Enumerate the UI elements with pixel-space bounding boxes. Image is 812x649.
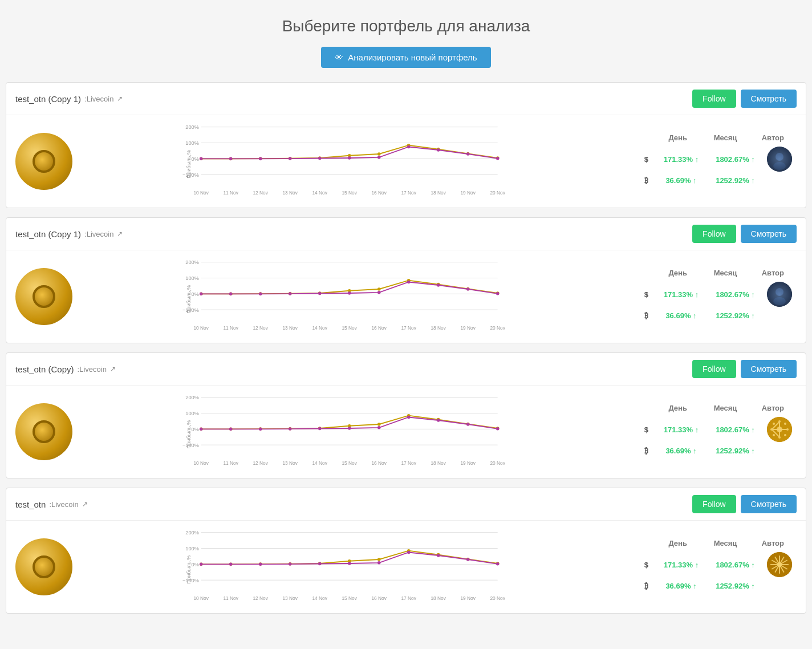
chart-area: 200%100%0%−100%Прибыль,%10 Nov11 Nov12 N… <box>84 259 626 334</box>
svg-text:200%: 200% <box>185 395 199 400</box>
usd-day-value: 171.33% ↑ <box>654 561 708 569</box>
card-actions: Follow Смотреть <box>692 360 797 378</box>
follow-button[interactable]: Follow <box>692 90 736 108</box>
svg-text:17 Nov: 17 Nov <box>401 325 416 331</box>
month-header: Месяц <box>701 404 749 412</box>
svg-text:10 Nov: 10 Nov <box>193 325 209 331</box>
svg-text:19 Nov: 19 Nov <box>460 190 476 196</box>
stats-header: День Месяц Автор <box>637 539 797 547</box>
btc-symbol: ₿ <box>637 311 654 320</box>
svg-point-119 <box>407 416 411 419</box>
svg-point-69 <box>289 292 292 295</box>
svg-text:14 Nov: 14 Nov <box>312 190 327 196</box>
svg-point-139 <box>778 420 781 423</box>
exchange-name: :Livecoin <box>84 95 113 103</box>
svg-text:11 Nov: 11 Nov <box>223 325 238 331</box>
coin-inner <box>33 420 55 443</box>
svg-point-178 <box>496 562 500 566</box>
usd-month-value: 1802.67% ↑ <box>708 425 762 434</box>
svg-text:20 Nov: 20 Nov <box>490 460 505 466</box>
external-link-icon[interactable]: ↗ <box>117 230 123 238</box>
follow-button[interactable]: Follow <box>692 225 736 243</box>
svg-text:17 Nov: 17 Nov <box>401 460 416 466</box>
svg-text:0%: 0% <box>192 291 199 297</box>
follow-button[interactable]: Follow <box>692 495 736 513</box>
btc-stats-row: ₿ 36.69% ↑ 1252.92% ↑ <box>637 311 797 320</box>
card-actions: Follow Смотреть <box>692 225 797 243</box>
day-header: День <box>654 133 701 142</box>
avatar-col <box>762 417 797 442</box>
card-title-1: test_otn (Copy 1) :Livecoin ↗ <box>15 94 123 104</box>
svg-text:11 Nov: 11 Nov <box>223 460 238 466</box>
page-title: Выберите портфель для анализа <box>11 17 801 35</box>
card-title-4: test_otn :Livecoin ↗ <box>15 500 88 509</box>
card-title-2: test_otn (Copy 1) :Livecoin ↗ <box>15 229 123 239</box>
chart-area: 200%100%0%−100%Прибыль,%10 Nov11 Nov12 N… <box>84 124 626 198</box>
svg-text:16 Nov: 16 Nov <box>371 325 387 331</box>
svg-point-20 <box>200 157 203 161</box>
svg-text:200%: 200% <box>185 530 199 536</box>
follow-button[interactable]: Follow <box>692 360 736 378</box>
svg-text:15 Nov: 15 Nov <box>342 190 357 196</box>
svg-text:100%: 100% <box>185 411 199 416</box>
svg-point-68 <box>259 293 262 296</box>
view-button[interactable]: Смотреть <box>741 225 797 243</box>
svg-text:18 Nov: 18 Nov <box>431 190 446 196</box>
svg-point-118 <box>377 426 381 429</box>
portfolio-card-2: test_otn (Copy 1) :Livecoin ↗ Follow Смо… <box>6 217 806 343</box>
view-button[interactable]: Смотреть <box>741 360 797 378</box>
portfolio-card-3: test_otn (Copy) :Livecoin ↗ Follow Смотр… <box>6 352 806 478</box>
card-body-4: 200%100%0%−100%Прибыль,%10 Nov11 Nov12 N… <box>6 521 806 613</box>
card-header-1: test_otn (Copy 1) :Livecoin ↗ Follow Смо… <box>6 83 806 115</box>
author-header: Автор <box>749 269 797 277</box>
external-link-icon[interactable]: ↗ <box>82 500 88 508</box>
svg-text:18 Nov: 18 Nov <box>431 460 446 466</box>
external-link-icon[interactable]: ↗ <box>117 95 123 103</box>
svg-text:16 Nov: 16 Nov <box>371 190 387 196</box>
svg-point-28 <box>437 148 440 152</box>
svg-point-76 <box>496 292 500 295</box>
btc-month-value: 1252.92% ↑ <box>708 176 762 185</box>
usd-stats-row: $ 171.33% ↑ 1802.67% ↑ <box>637 552 797 577</box>
svg-text:10 Nov: 10 Nov <box>193 190 209 196</box>
svg-text:Прибыль,%: Прибыль,% <box>186 285 192 314</box>
usd-symbol: $ <box>637 561 654 569</box>
svg-point-27 <box>407 145 411 149</box>
svg-text:200%: 200% <box>185 259 199 265</box>
chart-area: 200%100%0%−100%Прибыль,%10 Nov11 Nov12 N… <box>84 395 626 469</box>
svg-text:100%: 100% <box>185 275 199 281</box>
view-button[interactable]: Смотреть <box>741 90 797 108</box>
avatar <box>767 552 792 577</box>
svg-point-71 <box>348 291 351 295</box>
svg-point-112 <box>200 428 203 431</box>
portfolio-name: test_otn <box>15 500 46 509</box>
exchange-name: :Livecoin <box>84 230 113 238</box>
month-header: Месяц <box>701 539 749 547</box>
svg-point-72 <box>377 291 381 294</box>
usd-symbol: $ <box>637 425 654 434</box>
svg-point-26 <box>377 156 381 159</box>
coin-icon <box>15 403 72 460</box>
view-button[interactable]: Смотреть <box>741 495 797 513</box>
svg-text:14 Nov: 14 Nov <box>312 595 327 601</box>
author-header: Автор <box>749 539 797 547</box>
btc-symbol: ₿ <box>637 582 654 590</box>
portfolio-name: test_otn (Copy) <box>15 364 74 374</box>
btc-day-value: 36.69% ↑ <box>654 582 708 590</box>
svg-text:15 Nov: 15 Nov <box>342 595 357 601</box>
svg-point-198 <box>777 562 782 567</box>
usd-month-value: 1802.67% ↑ <box>708 155 762 164</box>
month-header: Месяц <box>701 269 749 277</box>
svg-point-23 <box>289 157 292 160</box>
usd-day-value: 171.33% ↑ <box>654 290 708 299</box>
svg-text:20 Nov: 20 Nov <box>490 595 505 601</box>
external-link-icon[interactable]: ↗ <box>110 365 116 373</box>
svg-point-147 <box>777 427 782 432</box>
analyze-button[interactable]: 👁 Анализировать новый портфель <box>321 47 490 68</box>
coin-inner <box>33 555 55 578</box>
card-title-3: test_otn (Copy) :Livecoin ↗ <box>15 364 116 374</box>
btc-day-value: 36.69% ↑ <box>654 447 708 455</box>
svg-text:12 Nov: 12 Nov <box>253 460 268 466</box>
svg-point-25 <box>348 156 351 160</box>
svg-point-116 <box>318 427 322 431</box>
